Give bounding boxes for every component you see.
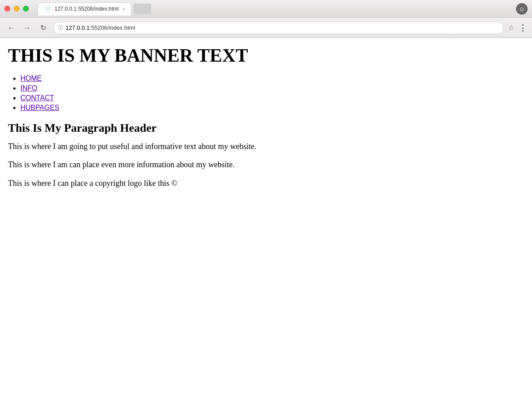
paragraph-3: This is where I can place a copyright lo… xyxy=(8,178,524,189)
paragraph-2: This is where I am can place even more i… xyxy=(8,159,524,170)
title-bar: 📄 127.0.0.1:55206/index.html × ☺ xyxy=(0,0,532,18)
tab-bar: 📄 127.0.0.1:55206/index.html × xyxy=(38,2,512,16)
profile-avatar-icon: ☺ xyxy=(519,5,525,12)
nav-link-hubpages[interactable]: HUBPAGES xyxy=(20,104,59,111)
list-item: INFO xyxy=(20,84,524,92)
list-item: HOME xyxy=(20,75,524,83)
close-button[interactable] xyxy=(4,6,10,12)
new-tab-area xyxy=(133,4,151,14)
tab-page-icon: 📄 xyxy=(44,6,51,12)
refresh-button[interactable]: ↻ xyxy=(37,22,49,34)
navigation-list: HOME INFO CONTACT HUBPAGES xyxy=(20,75,524,112)
profile-icon[interactable]: ☺ xyxy=(516,3,528,15)
url-text: 127.0.0.1:55206/index.html xyxy=(66,24,135,31)
list-item: HUBPAGES xyxy=(20,104,524,112)
list-item: CONTACT xyxy=(20,94,524,102)
minimize-button[interactable] xyxy=(14,6,20,12)
maximize-button[interactable] xyxy=(23,6,29,12)
back-button[interactable]: ← xyxy=(5,22,17,34)
page-content: THIS IS MY BANNER TEXT HOME INFO CONTACT… xyxy=(0,38,532,397)
paragraph-header: This Is My Paragraph Header xyxy=(8,122,524,135)
url-host: 127.0.0.1 xyxy=(66,24,90,31)
nav-link-home[interactable]: HOME xyxy=(20,75,42,82)
paragraph-1: This is where I am going to put useful a… xyxy=(8,141,524,152)
forward-button[interactable]: → xyxy=(21,22,33,34)
tab-close-button[interactable]: × xyxy=(122,6,125,12)
browser-window: 📄 127.0.0.1:55206/index.html × ☺ ← → ↻ ⓘ… xyxy=(0,0,532,397)
info-icon: ⓘ xyxy=(58,24,63,31)
traffic-lights xyxy=(4,6,29,12)
nav-link-info[interactable]: INFO xyxy=(20,84,37,92)
banner-heading: THIS IS MY BANNER TEXT xyxy=(8,45,524,66)
active-tab[interactable]: 📄 127.0.0.1:55206/index.html × xyxy=(38,2,132,16)
address-bar: ← → ↻ ⓘ 127.0.0.1:55206/index.html ☆ ⋮ xyxy=(0,18,532,38)
menu-icon[interactable]: ⋮ xyxy=(519,23,527,33)
tab-title: 127.0.0.1:55206/index.html xyxy=(55,6,119,12)
url-bar[interactable]: ⓘ 127.0.0.1:55206/index.html xyxy=(53,22,504,34)
nav-link-contact[interactable]: CONTACT xyxy=(20,94,54,102)
url-path: :55206/index.html xyxy=(90,24,135,31)
bookmark-icon[interactable]: ☆ xyxy=(508,24,514,32)
